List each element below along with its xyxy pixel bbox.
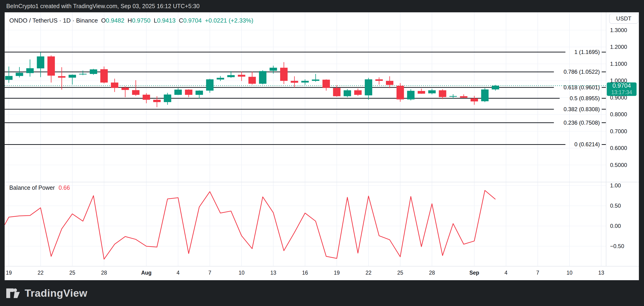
candle-body[interactable] — [122, 88, 129, 90]
price-axis-label[interactable]: 0.7000 — [610, 128, 627, 134]
time-axis-label[interactable]: 25 — [397, 270, 403, 276]
candle-body[interactable] — [206, 79, 214, 91]
candle-body[interactable] — [259, 71, 266, 84]
candle-body[interactable] — [143, 95, 150, 100]
candle-body[interactable] — [37, 56, 44, 68]
bop-axis-label[interactable]: 0.00 — [610, 223, 621, 229]
time-axis-label[interactable]: 19 — [6, 270, 12, 276]
interval-label: 1D — [63, 17, 71, 24]
candle-body[interactable] — [248, 77, 256, 84]
time-axis-label[interactable]: 7 — [208, 270, 211, 276]
candle-body[interactable] — [79, 74, 87, 74]
time-axis-label[interactable]: 19 — [334, 270, 340, 276]
time-axis-label[interactable]: Aug — [141, 270, 152, 276]
price-axis-label[interactable]: 0.8000 — [610, 111, 627, 118]
time-axis-label[interactable]: 10 — [238, 270, 244, 276]
candle-body[interactable] — [5, 76, 12, 80]
ohlc-close: C0.9704 — [179, 17, 202, 24]
candle-body[interactable] — [428, 90, 436, 93]
time-axis-label[interactable]: 22 — [366, 270, 372, 276]
candle-body[interactable] — [344, 90, 351, 96]
time-axis-label[interactable]: 13 — [270, 270, 276, 276]
candle-body[interactable] — [407, 91, 414, 100]
candle-body[interactable] — [322, 80, 330, 88]
candle-body[interactable] — [90, 69, 97, 74]
fib-level-label: 0.236 (0.7508) — [564, 120, 600, 126]
chart-panel: 1.30001.20001.10001.00000.90000.80000.70… — [5, 12, 639, 280]
chart-canvas[interactable]: 1.30001.20001.10001.00000.90000.80000.70… — [5, 12, 639, 280]
fib-level-label: 0.382 (0.8308) — [564, 106, 600, 112]
candle-body[interactable] — [26, 68, 34, 73]
candle-body[interactable] — [153, 100, 161, 102]
tradingview-logo-icon[interactable] — [6, 288, 20, 298]
candle-body[interactable] — [174, 90, 182, 95]
time-axis-label[interactable]: 28 — [429, 270, 435, 276]
candle-body[interactable] — [16, 73, 23, 76]
candle-body[interactable] — [291, 81, 298, 83]
candle-body[interactable] — [58, 76, 66, 78]
candle-body[interactable] — [280, 68, 288, 81]
candle-body[interactable] — [460, 96, 468, 98]
symbol-legend[interactable]: ONDO / TetherUS · 1D · Binance O0.9482 H… — [9, 17, 254, 24]
tradingview-brand-text[interactable]: TradingView — [25, 287, 88, 299]
fib-level-label: 1 (1.1695) — [574, 49, 600, 55]
candle-body[interactable] — [196, 91, 203, 95]
candle-body[interactable] — [217, 78, 224, 80]
candle-body[interactable] — [228, 75, 235, 77]
candle-body[interactable] — [365, 79, 372, 95]
fib-level-label: 0.5 (0.8955) — [570, 95, 600, 102]
candle-body[interactable] — [68, 75, 76, 78]
time-axis-label[interactable]: 10 — [566, 270, 573, 276]
price-axis-label[interactable]: 1.2000 — [610, 44, 627, 50]
candle-body[interactable] — [270, 68, 277, 71]
indicator-name: Balance of Power — [9, 184, 55, 191]
candle-body[interactable] — [397, 86, 404, 100]
candle-body[interactable] — [185, 90, 192, 95]
candle-body[interactable] — [301, 81, 309, 82]
bar-countdown-timer: 13:17:34 — [611, 89, 632, 95]
candle-body[interactable] — [481, 90, 489, 102]
indicator-legend[interactable]: Balance of Power 0.66 — [9, 184, 70, 191]
candle-body[interactable] — [100, 69, 108, 82]
bop-axis-label[interactable]: 0.50 — [610, 202, 621, 209]
currency-toggle-button[interactable]: USDT — [609, 14, 638, 24]
candle-body[interactable] — [450, 96, 457, 97]
candle-body[interactable] — [164, 94, 171, 102]
bop-line[interactable] — [5, 190, 496, 259]
time-axis-label[interactable]: 25 — [69, 270, 75, 276]
fib-level-label: 0 (0.6214) — [574, 141, 600, 148]
symbol-name: ONDO / TetherUS · 1D · Binance — [9, 17, 98, 24]
ohlc-open: O0.9482 — [101, 17, 124, 24]
time-axis-label[interactable]: 28 — [101, 270, 107, 276]
price-axis-label[interactable]: 1.3000 — [610, 27, 627, 33]
candle-body[interactable] — [492, 86, 499, 89]
time-axis-label[interactable]: 22 — [38, 270, 44, 276]
time-axis-label[interactable]: 7 — [536, 270, 540, 276]
candle-body[interactable] — [48, 56, 55, 76]
candle-body[interactable] — [439, 90, 446, 97]
candle-body[interactable] — [470, 98, 478, 102]
candle-body[interactable] — [312, 80, 320, 81]
candle-body[interactable] — [376, 79, 383, 81]
candle-body[interactable] — [238, 75, 245, 77]
candle-body[interactable] — [333, 88, 340, 96]
fib-level-label: 0.786 (1.0522) — [564, 68, 600, 75]
price-axis-label[interactable]: 1.1000 — [610, 61, 627, 67]
time-axis-label[interactable]: 16 — [302, 270, 308, 276]
candle-body[interactable] — [386, 81, 393, 85]
time-axis-label[interactable]: 4 — [177, 270, 180, 276]
change-label: +0.0221 (+2.33%) — [205, 17, 253, 24]
snapshot-header-title: BeInCrypto1 created with TradingView.com… — [0, 0, 644, 12]
time-axis-label[interactable]: 4 — [504, 270, 508, 276]
time-axis-label[interactable]: 13 — [598, 270, 604, 276]
time-axis-label[interactable]: Sep — [470, 270, 479, 276]
candle-body[interactable] — [418, 91, 425, 94]
bop-axis-label[interactable]: 1.00 — [610, 182, 621, 188]
bop-axis-label[interactable]: −0.50 — [610, 243, 624, 249]
exchange-label: Binance — [76, 17, 98, 24]
candle-body[interactable] — [132, 90, 140, 95]
price-axis-label[interactable]: 0.5000 — [610, 162, 627, 168]
candle-body[interactable] — [111, 82, 118, 88]
candle-body[interactable] — [354, 90, 362, 95]
price-axis-label[interactable]: 0.6000 — [610, 145, 627, 151]
